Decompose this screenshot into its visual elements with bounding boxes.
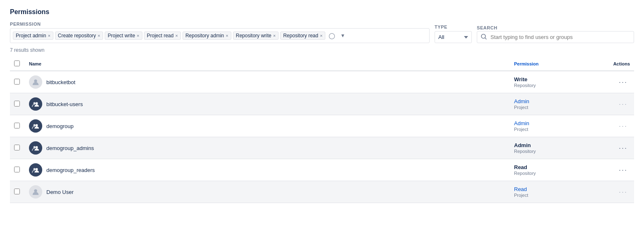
group-avatar bbox=[29, 119, 42, 133]
select-all-checkbox[interactable] bbox=[14, 61, 20, 66]
row-permission-cell: Read Repository bbox=[510, 159, 593, 181]
header-actions: Actions bbox=[593, 57, 634, 71]
user-name: bitbucket-users bbox=[46, 101, 83, 107]
user-name: Demo User bbox=[46, 189, 74, 195]
permission-level: Admin bbox=[514, 98, 589, 105]
remove-tag-repository-write[interactable]: × bbox=[273, 34, 276, 38]
permission-tag-project-read: Project read× bbox=[144, 31, 181, 40]
type-filter-wrapper: Type AllUserGroup bbox=[435, 24, 472, 43]
table-header: Name Permission Actions bbox=[10, 57, 634, 71]
permission-tags-container: Project admin×Create repository×Project … bbox=[10, 28, 430, 43]
row-actions-cell: ··· bbox=[593, 115, 634, 137]
header-permission: Permission bbox=[510, 57, 593, 71]
search-input-wrap bbox=[477, 31, 634, 43]
row-name-cell: demogroup bbox=[25, 115, 510, 137]
row-checkbox-demogroup-admins[interactable] bbox=[14, 145, 20, 150]
row-permission-cell: Admin Repository bbox=[510, 137, 593, 159]
row-checkbox-cell bbox=[10, 137, 25, 159]
search-icon bbox=[481, 34, 487, 41]
expand-tags-button[interactable]: ▼ bbox=[339, 32, 347, 39]
tag-label: Project admin bbox=[16, 33, 46, 39]
clear-all-button[interactable]: ◯ bbox=[327, 31, 337, 40]
user-cell: bitbucketbot bbox=[29, 75, 506, 89]
row-checkbox-cell bbox=[10, 93, 25, 115]
user-name: demogroup_admins bbox=[46, 145, 94, 151]
group-avatar bbox=[29, 97, 42, 111]
tag-label: Project write bbox=[108, 33, 135, 39]
more-actions-button[interactable]: ··· bbox=[616, 142, 630, 154]
user-name: demogroup bbox=[46, 123, 74, 129]
remove-tag-project-read[interactable]: × bbox=[175, 34, 178, 38]
group-avatar bbox=[29, 141, 42, 155]
user-name: bitbucketbot bbox=[46, 79, 75, 85]
page-title: Permissions bbox=[10, 8, 634, 16]
table-row: demogroup_admins Admin Repository ··· bbox=[10, 137, 634, 159]
filter-bar: Permission Project admin×Create reposito… bbox=[10, 22, 634, 43]
permission-level: Read bbox=[514, 164, 589, 171]
search-input[interactable] bbox=[477, 31, 634, 43]
user-cell: bitbucket-users bbox=[29, 97, 506, 111]
row-name-cell: demogroup_readers bbox=[25, 159, 510, 181]
row-actions-cell: ··· bbox=[593, 93, 634, 115]
row-checkbox-demogroup-readers[interactable] bbox=[14, 167, 20, 172]
row-checkbox-bitbucketbot[interactable] bbox=[14, 79, 20, 85]
permission-type: Repository bbox=[514, 171, 589, 176]
more-actions-button[interactable]: ··· bbox=[616, 186, 630, 198]
svg-line-1 bbox=[485, 38, 486, 39]
search-wrapper: Search bbox=[477, 25, 634, 43]
permission-tag-create-repository: Create repository× bbox=[55, 31, 103, 40]
remove-tag-create-repository[interactable]: × bbox=[98, 34, 100, 38]
permissions-table: Name Permission Actions bitbucketbot Wri… bbox=[10, 57, 634, 203]
remove-tag-project-admin[interactable]: × bbox=[48, 34, 50, 38]
user-name: demogroup_readers bbox=[46, 167, 95, 173]
permission-tag-repository-write: Repository write× bbox=[233, 31, 279, 40]
user-cell: Demo User bbox=[29, 185, 506, 199]
more-actions-button[interactable]: ··· bbox=[616, 120, 630, 132]
remove-tag-repository-read[interactable]: × bbox=[320, 34, 322, 38]
permission-level: Write bbox=[514, 76, 589, 83]
row-checkbox-bitbucket-users[interactable] bbox=[14, 101, 20, 107]
permission-type: Project bbox=[514, 193, 589, 198]
table-row: demogroup Admin Project ··· bbox=[10, 115, 634, 137]
permission-tag-repository-read: Repository read× bbox=[280, 31, 325, 40]
row-permission-cell: Admin Project bbox=[510, 115, 593, 137]
group-avatar bbox=[29, 163, 42, 177]
remove-tag-repository-admin[interactable]: × bbox=[226, 34, 228, 38]
permission-tag-project-admin: Project admin× bbox=[13, 31, 53, 40]
tag-label: Repository write bbox=[236, 33, 272, 39]
table-row: bitbucket-users Admin Project ··· bbox=[10, 93, 634, 115]
permission-level: Read bbox=[514, 186, 589, 193]
header-name: Name bbox=[25, 57, 510, 71]
permission-tag-project-write: Project write× bbox=[105, 31, 142, 40]
row-actions-cell: ··· bbox=[593, 71, 634, 93]
svg-point-3 bbox=[34, 102, 36, 104]
more-actions-button[interactable]: ··· bbox=[616, 76, 630, 88]
row-permission-cell: Admin Project bbox=[510, 93, 593, 115]
row-checkbox-cell bbox=[10, 71, 25, 93]
row-checkbox-cell bbox=[10, 181, 25, 203]
more-actions-button[interactable]: ··· bbox=[616, 164, 630, 176]
row-name-cell: Demo User bbox=[25, 181, 510, 203]
row-checkbox-demo-user[interactable] bbox=[14, 189, 20, 194]
tag-label: Repository admin bbox=[185, 33, 224, 39]
tag-label: Repository read bbox=[283, 33, 318, 39]
row-name-cell: demogroup_admins bbox=[25, 137, 510, 159]
more-actions-button[interactable]: ··· bbox=[616, 98, 630, 110]
row-name-cell: bitbucket-users bbox=[25, 93, 510, 115]
remove-tag-project-write[interactable]: × bbox=[137, 34, 139, 38]
table-body: bitbucketbot Write Repository ··· bitbuc… bbox=[10, 71, 634, 203]
row-actions-cell: ··· bbox=[593, 137, 634, 159]
svg-point-9 bbox=[34, 168, 36, 170]
permission-type: Project bbox=[514, 127, 589, 132]
row-permission-cell: Read Project bbox=[510, 181, 593, 203]
results-count: 7 results shown bbox=[10, 47, 634, 53]
row-checkbox-cell bbox=[10, 115, 25, 137]
table-row: Demo User Read Project ··· bbox=[10, 181, 634, 203]
search-label: Search bbox=[477, 25, 634, 30]
row-checkbox-demogroup[interactable] bbox=[14, 123, 20, 128]
permission-level: Admin bbox=[514, 142, 589, 149]
table-row: bitbucketbot Write Repository ··· bbox=[10, 71, 634, 93]
permission-filter-label: Permission bbox=[10, 22, 430, 27]
row-actions-cell: ··· bbox=[593, 159, 634, 181]
type-select[interactable]: AllUserGroup bbox=[435, 31, 472, 43]
